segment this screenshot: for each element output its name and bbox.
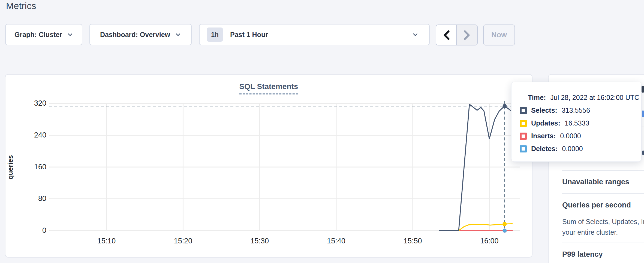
metrics-page: Metrics Graph: Cluster Dashboard: Overvi…: [0, 0, 644, 263]
x-axis-tick-label: 16:00: [470, 237, 508, 245]
tooltip-series-row: Updates:16.5333: [520, 117, 641, 130]
y-axis-tick-label: 0: [16, 226, 46, 235]
hover-dot-deletes: [502, 229, 507, 233]
y-axis-tick-label: 80: [16, 194, 46, 203]
series-swatch-icon: [520, 145, 527, 152]
time-range-label: Past 1 Hour: [230, 31, 407, 39]
series-line-updates: [440, 224, 512, 231]
chart-title[interactable]: SQL Statements: [239, 82, 298, 94]
tooltip-series-label: Updates:: [531, 119, 560, 127]
sidebar-section-description: Sum of Selects, Updates, Inseryour entir…: [562, 216, 644, 238]
tooltip-series-value: 16.5333: [565, 119, 589, 127]
series-swatch-icon: [520, 133, 527, 140]
chevron-down-icon: [175, 32, 181, 38]
sidebar-section-heading: Unavailable ranges: [562, 178, 644, 186]
series-swatch-icon: [520, 107, 527, 114]
tooltip-series-row: Deletes:0.0000: [520, 142, 641, 155]
time-range-badge: 1h: [207, 27, 223, 42]
dashboard-dropdown[interactable]: Dashboard: Overview: [89, 24, 192, 45]
time-range-picker[interactable]: 1h Past 1 Hour: [199, 24, 430, 45]
tooltip-series-row: Selects:313.5556: [520, 104, 641, 117]
tooltip-series-label: Inserts:: [531, 132, 556, 140]
page-title: Metrics: [6, 1, 36, 11]
chart-hover-tooltip: Time: Jul 28, 2022 at 16:02:00 UTC Selec…: [511, 82, 642, 162]
tooltip-time-value: Jul 28, 2022 at 16:02:00 UTC: [550, 94, 639, 102]
tooltip-series-row: Inserts:0.0000: [520, 130, 641, 142]
x-axis-tick-label: 15:30: [240, 237, 279, 245]
chevron-down-icon: [412, 32, 418, 38]
now-button[interactable]: Now: [483, 25, 515, 45]
tooltip-series-label: Deletes:: [531, 145, 558, 153]
time-range-nav: [436, 25, 478, 45]
chevron-left-icon: [442, 29, 451, 41]
x-axis-tick-label: 15:40: [317, 237, 355, 245]
tooltip-series-value: 0.0000: [562, 145, 583, 153]
hover-dot-updates: [502, 222, 507, 226]
tooltip-time-label: Time:: [528, 94, 546, 102]
y-axis-tick-label: 320: [16, 99, 46, 108]
x-axis-tick-label: 15:20: [164, 237, 202, 245]
tooltip-series-label: Selects:: [531, 106, 557, 114]
graph-scope-dropdown[interactable]: Graph: Cluster: [5, 24, 82, 45]
clipped-sidebar-text-fragment: [642, 86, 644, 93]
sidebar-divider: [562, 243, 644, 243]
chevron-right-icon: [462, 29, 472, 41]
tooltip-series-value: 0.0000: [560, 132, 581, 140]
clipped-sidebar-text-fragment: [642, 151, 644, 155]
chart-plot-area[interactable]: [49, 96, 520, 240]
chevron-down-icon: [67, 32, 73, 38]
graph-scope-dropdown-label: Graph: Cluster: [14, 31, 62, 39]
sidebar-section-heading: P99 latency: [562, 250, 644, 259]
prev-time-range-button[interactable]: [436, 25, 457, 45]
sidebar-divider: [562, 170, 644, 171]
tooltip-series-value: 313.5556: [562, 106, 590, 114]
sidebar-section-heading: Queries per second: [562, 201, 644, 209]
clipped-sidebar-link-fragment: [642, 111, 644, 117]
sql-statements-chart-card: SQL Statements queries 08016024032015:10…: [5, 74, 532, 258]
y-axis-unit-label: queries: [7, 155, 14, 179]
y-axis-tick-label: 160: [16, 163, 46, 171]
x-axis-tick-label: 15:10: [88, 237, 126, 245]
dashboard-dropdown-label: Dashboard: Overview: [100, 31, 170, 39]
next-time-range-button[interactable]: [457, 25, 477, 45]
y-axis-tick-label: 240: [16, 131, 46, 139]
sidebar-divider: [562, 193, 644, 194]
clipped-sidebar-divider-fragment: [642, 127, 644, 127]
series-swatch-icon: [520, 120, 527, 127]
x-axis-tick-label: 15:50: [394, 237, 432, 245]
hover-dot-selects: [502, 104, 507, 108]
